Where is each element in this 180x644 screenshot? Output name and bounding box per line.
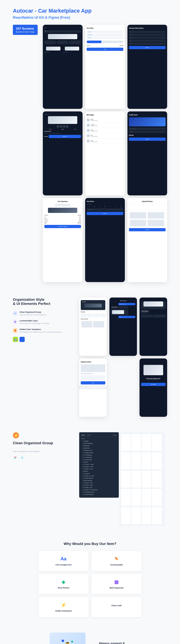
- figma-layer-item: # Light Mode: [81, 447, 117, 449]
- figma-layer-item: # 4 Reset Password: [81, 477, 117, 480]
- feature-color: Global Color Variations Use Popular Colo…: [13, 328, 71, 333]
- figma-layer-item: # 2 Sign In: [81, 461, 117, 463]
- svg-point-0: [14, 330, 16, 332]
- feature-card: AaFree Google Font: [38, 551, 88, 571]
- figma-layer-item: # 1.2 Onboarding: [81, 454, 117, 456]
- figma-layer-item: # Ai Design: [81, 440, 117, 442]
- phone-mockup-messages: Messages BrynnMessage preview CooperMess…: [85, 112, 125, 196]
- folder-icon: 📁: [13, 432, 19, 438]
- support-text: Always support & assistence from our tea…: [93, 641, 131, 644]
- figma-layer-item: # 2.2 Sign In - Active: [81, 466, 117, 468]
- globe-icon: [13, 328, 17, 333]
- feature-clean-group: Clean Organized Group Layer & component …: [13, 311, 71, 316]
- figma-layer-item: # 2.1 Sign In - Empty: [81, 463, 117, 466]
- figma-layer-item: # 4.1 Reset - Email: [81, 482, 117, 484]
- android-icon: 🤖: [13, 337, 18, 342]
- support-illustration: [49, 632, 85, 644]
- phone-mockup-home-dark: ☰⬡ 🔍 Tesla Model Tesla Model: [43, 25, 83, 109]
- feature-card: ◈Pixel Perfect: [38, 574, 88, 594]
- figma-layer-item: # 4.6 New Password: [81, 493, 117, 496]
- phone-mockup-filter: Sort filter ○ Option ● Sort order ○ Opti…: [85, 25, 125, 109]
- support-section: Always support & assistence from our tea…: [13, 632, 167, 644]
- phone-mockup-car-detail: Tesla Model 3 0-60 333mi 3.1s Specificat…: [43, 112, 83, 196]
- svg-point-2: [15, 456, 16, 457]
- check-icon: [13, 311, 17, 316]
- figma-layer-item: # 4.2 Reset - Active: [81, 484, 117, 486]
- phone-mockup-onboarding: Find Your Dream Car Explore thousands of…: [140, 358, 167, 417]
- card-icon: ✎: [97, 556, 136, 562]
- phone-mockup-detail-tall: Tesla Model 3 Description text lines Mor…: [140, 298, 167, 356]
- screens-badge: 107 Screens Beautiful & Clean Design: [13, 25, 38, 35]
- card-label: Clean code: [97, 604, 136, 606]
- phone-mockup-general-info: General Information Field Field Field Fi…: [127, 25, 167, 109]
- svg-rect-12: [66, 642, 69, 643]
- feature-customizable: Customizable Layer Every Layer are Custo…: [13, 320, 71, 324]
- figma-layer-item: # Reset Password: [81, 480, 117, 482]
- figma-layer-item: # Sign Up: [81, 470, 117, 472]
- svg-point-14: [71, 641, 73, 642]
- card-label: Free Google Font: [44, 564, 83, 566]
- phone-mockup-chat: ←Jacob Jones⋮ Message text here Reply me…: [109, 298, 137, 356]
- figma-layer-item: # Global Styleguide: [81, 442, 117, 444]
- figma-layer-item: # 1.3 Onboarding: [81, 456, 117, 458]
- svg-point-5: [14, 458, 15, 459]
- page-header: Autocar - Car Marketplace App ReactNativ…: [13, 8, 167, 20]
- figma-icon: [13, 455, 18, 460]
- svg-point-1: [14, 456, 15, 457]
- card-icon: ◈: [44, 579, 83, 584]
- apple-icon: [19, 337, 25, 342]
- phone-mockup-article: Upload Article Write something about you…: [79, 358, 107, 417]
- badge-title: 107 Screens: [16, 27, 35, 30]
- card-label: Well Organized: [97, 587, 136, 589]
- card-icon: ▦: [97, 579, 136, 584]
- figma-layer-item: # 1.1 Splash Screen: [81, 452, 117, 454]
- feature-card: ▦Well Organized: [92, 574, 141, 594]
- clean-organized-section: 📁 Clean Organized Group Layer & Componen…: [13, 432, 167, 526]
- phone-mockup-upload: Upload Photos + Continue: [127, 198, 167, 282]
- phone-mockup-payment: Credit Card Card Number Expiry $50,490 C…: [127, 112, 167, 196]
- figma-layer-item: # 1 Splash Screen: [81, 449, 117, 452]
- card-label: Customizable: [97, 564, 136, 566]
- svg-point-3: [14, 457, 15, 458]
- why-buy-section: Why Would you Buy Our Item? AaFree Googl…: [13, 542, 167, 617]
- figma-layer-item: # 4.4 Reset - Phone Number: [81, 489, 117, 491]
- feature-card: ⚡Flutter framework: [38, 597, 88, 617]
- card-icon: Aa: [44, 556, 83, 562]
- figma-layers-panel: Layers Assets Design Pages # Ai Design# …: [79, 432, 119, 498]
- svg-point-6: [22, 458, 22, 458]
- feature-card: ✎Customizable: [92, 551, 141, 571]
- phone-mockup-test-drive: Test Drive January 2022 SMTWTFS Time slo…: [85, 198, 125, 282]
- card-icon: ⚡: [44, 602, 83, 608]
- figma-layer-item: # Dark Mode: [81, 444, 117, 447]
- phone-mockup-summary: Car Summary ✓✓✓✓○ Car Price$50,490 Tax$5…: [43, 198, 83, 282]
- org-title: Organization Style & UI Elements Perfect: [13, 298, 71, 306]
- figma-layer-item: # 4.5 Verification Code: [81, 491, 117, 493]
- layers-icon: [13, 320, 17, 324]
- badge-subtitle: Beautiful & Clean Design: [16, 31, 35, 33]
- phone-mockup-category: Top deals Category Recommended: [79, 298, 107, 356]
- figma-layer-item: # 4.3 Reset - Error: [81, 486, 117, 489]
- figma-layer-item: # 2.3 Sign In - Error: [81, 468, 117, 470]
- react-icon: [19, 455, 25, 460]
- search-bar: 🔍: [44, 30, 81, 33]
- svg-point-4: [15, 457, 16, 458]
- feature-card: Clean code: [92, 597, 141, 617]
- main-title: Autocar - Car Marketplace App: [13, 8, 167, 14]
- figma-layer-item: # 3.1 Sign Up: [81, 472, 117, 475]
- card-label: Flutter framework: [44, 610, 83, 612]
- organization-section: Organization Style & UI Elements Perfect…: [13, 298, 167, 417]
- figma-canvas: [119, 432, 165, 526]
- main-subtitle: ReactNative UI Kit & Figma (Free): [13, 16, 167, 20]
- hero-section: 107 Screens Beautiful & Clean Design ☰⬡ …: [13, 25, 167, 282]
- figma-layer-item: # 3.2 Sign Up - Active: [81, 475, 117, 477]
- card-label: Pixel Perfect: [44, 587, 83, 589]
- figma-layer-item: # 1.4 Onboarding: [81, 458, 117, 461]
- svg-point-13: [62, 640, 64, 642]
